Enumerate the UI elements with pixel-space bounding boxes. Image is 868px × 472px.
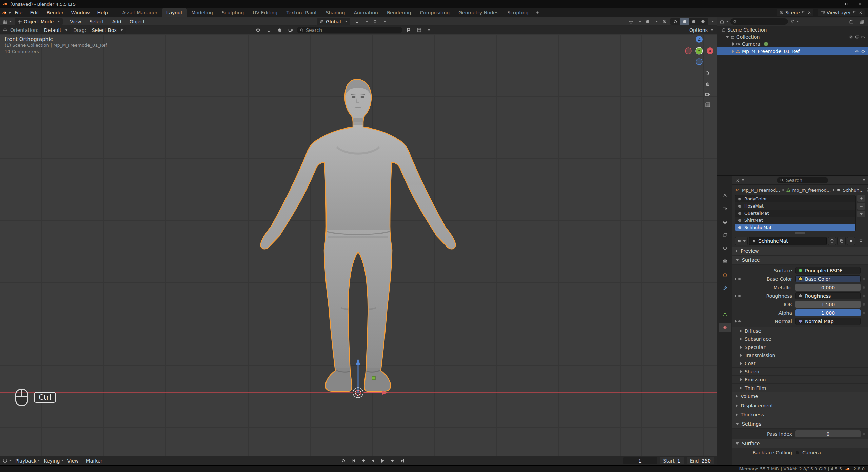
navigation-gizmo[interactable]: Z X Y xyxy=(684,35,715,66)
shading-material-button[interactable] xyxy=(689,18,698,25)
auto-keying-button[interactable] xyxy=(339,457,348,465)
light-filter-icon[interactable] xyxy=(275,26,284,34)
menu-window[interactable]: Window xyxy=(67,9,93,17)
outliner-mode-button[interactable] xyxy=(857,18,866,25)
panel-settings[interactable]: Settings xyxy=(732,419,868,429)
shading-options-chevron-icon[interactable] xyxy=(711,21,714,22)
outliner-search-input[interactable] xyxy=(730,18,788,25)
material-slot[interactable]: HoseMat xyxy=(735,202,855,210)
timeline-menu-keying[interactable]: Keying xyxy=(40,457,63,465)
proportional-options-chevron-icon[interactable] xyxy=(383,21,386,22)
ior-slider[interactable]: 1.500 xyxy=(795,301,861,308)
tab-scene[interactable] xyxy=(719,244,731,253)
disable-render-icon[interactable] xyxy=(861,49,865,53)
proportional-editing-button[interactable] xyxy=(371,18,379,25)
tab-tool[interactable] xyxy=(719,191,731,200)
fake-user-button[interactable] xyxy=(828,237,836,245)
close-button[interactable] xyxy=(854,1,865,7)
timeline-menu-playback[interactable]: Playback xyxy=(12,457,40,465)
tab-object-data[interactable] xyxy=(719,310,731,319)
options-dropdown[interactable]: Options xyxy=(689,27,708,33)
expand-caret-icon[interactable] xyxy=(732,42,734,46)
tab-physics[interactable] xyxy=(719,297,731,306)
scene-selector[interactable]: Scene xyxy=(777,9,813,16)
panel-surface-settings[interactable]: Surface xyxy=(732,439,868,448)
tab-material[interactable] xyxy=(719,323,731,332)
orientation-setting-dropdown[interactable]: Default xyxy=(41,26,71,34)
pass-index-field[interactable]: 0 xyxy=(795,430,861,437)
editor-type-button[interactable] xyxy=(3,18,12,25)
menu-file[interactable]: File xyxy=(11,9,26,17)
snap-toggle-button[interactable] xyxy=(353,18,361,25)
tab-uv-editing[interactable]: UV Editing xyxy=(248,8,282,17)
drag-setting-dropdown[interactable]: Select Box xyxy=(89,26,126,34)
expand-caret-icon[interactable] xyxy=(726,36,729,38)
animate-dot-icon[interactable] xyxy=(863,433,865,435)
tab-render[interactable] xyxy=(719,204,731,213)
roughness-field[interactable]: Roughness xyxy=(795,292,861,299)
material-slot[interactable]: BodyColor xyxy=(735,195,855,202)
next-keyframe-button[interactable] xyxy=(388,457,397,465)
show-gizmo-button[interactable] xyxy=(627,18,635,25)
properties-editor-type-button[interactable] xyxy=(735,177,744,184)
jump-to-end-button[interactable] xyxy=(398,457,407,465)
tab-texture-paint[interactable]: Texture Paint xyxy=(282,8,321,17)
pan-hand-button[interactable] xyxy=(703,80,712,87)
tab-output[interactable] xyxy=(719,217,731,226)
viewport-menu-object[interactable]: Object xyxy=(126,18,149,25)
viewport-menu-view[interactable]: View xyxy=(66,18,85,25)
frame-end-field[interactable]: End 250 xyxy=(687,457,714,464)
transform-orientation-dropdown[interactable]: Global xyxy=(317,18,350,25)
exclude-checkbox-icon[interactable] xyxy=(849,35,853,39)
panel-emission[interactable]: Emission xyxy=(732,376,868,384)
character-model[interactable] xyxy=(252,78,465,394)
base-color-field[interactable]: Base Color xyxy=(795,275,861,282)
chevron-down-icon[interactable] xyxy=(428,29,430,31)
move-gizmo[interactable] xyxy=(324,356,406,400)
menu-help[interactable]: Help xyxy=(94,9,112,17)
outliner-editor-type-button[interactable] xyxy=(719,18,728,25)
maximize-button[interactable] xyxy=(841,1,852,7)
alpha-slider[interactable]: 1.000 xyxy=(795,309,861,316)
menu-edit[interactable]: Edit xyxy=(26,9,43,17)
timeline-menu-view[interactable]: View xyxy=(64,457,82,465)
tab-asset-manager[interactable]: Asset Manager xyxy=(118,8,162,17)
tab-modifiers[interactable] xyxy=(719,283,731,292)
list-resize-grip[interactable] xyxy=(732,231,868,235)
shading-solid-button[interactable] xyxy=(680,18,689,25)
tab-sculpting[interactable]: Sculpting xyxy=(217,8,248,17)
axis-neg-x-handle[interactable] xyxy=(685,48,691,54)
new-collection-button[interactable] xyxy=(847,18,856,25)
camera-view-button[interactable] xyxy=(703,91,712,98)
frame-start-field[interactable]: Start 1 xyxy=(660,457,684,464)
viewport-search-input[interactable]: Search xyxy=(297,27,402,33)
panel-subsurface[interactable]: Subsurface xyxy=(732,335,868,343)
expand-caret-icon[interactable] xyxy=(735,295,737,297)
unlink-material-button[interactable] xyxy=(847,237,855,245)
material-name-field[interactable]: SchhuheMat xyxy=(749,237,827,245)
properties-search-input[interactable]: Search xyxy=(777,177,828,183)
node-filter-button[interactable] xyxy=(856,237,865,245)
minimize-button[interactable] xyxy=(828,1,840,7)
tab-scripting[interactable]: Scripting xyxy=(503,8,533,17)
material-slot[interactable]: GuertelMat xyxy=(735,210,855,217)
breadcrumb-mesh[interactable]: mp_m_freemod... xyxy=(792,188,831,193)
tab-view-layer[interactable] xyxy=(719,231,731,239)
expand-caret-icon[interactable] xyxy=(735,320,737,323)
new-view-layer-icon[interactable] xyxy=(853,11,857,15)
metallic-slider[interactable]: 0.000 xyxy=(795,284,861,291)
mode-dropdown[interactable]: Object Mode xyxy=(15,18,63,25)
play-reverse-button[interactable] xyxy=(369,457,377,465)
axis-neg-z-handle[interactable] xyxy=(696,59,702,65)
panel-displacement[interactable]: Displacement xyxy=(732,401,868,410)
unlink-scene-icon[interactable] xyxy=(807,11,811,15)
outliner-row-collection[interactable]: Collection xyxy=(717,33,868,40)
timeline-editor-type-button[interactable] xyxy=(3,457,12,465)
panel-thin-film[interactable]: Thin Film xyxy=(732,384,868,392)
surface-shader-field[interactable]: Principled BSDF xyxy=(795,267,861,274)
shading-rendered-button[interactable] xyxy=(698,18,707,25)
overlay-options-chevron-icon[interactable] xyxy=(655,21,658,22)
tab-modeling[interactable]: Modeling xyxy=(187,8,217,17)
expand-caret-icon[interactable] xyxy=(732,50,734,53)
view-layer-selector[interactable]: ViewLayer xyxy=(818,9,865,16)
